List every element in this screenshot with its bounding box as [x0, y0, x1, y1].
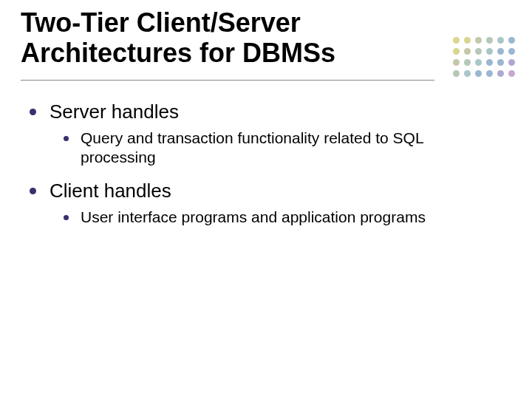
dot-icon: [475, 70, 482, 77]
slide-title: Two-Tier Client/Server Architectures for…: [21, 7, 434, 69]
dot-icon: [464, 59, 471, 66]
dot-icon: [475, 37, 482, 44]
dot-icon: [486, 48, 493, 55]
dot-icon: [497, 37, 504, 44]
list-item: Client handles: [30, 179, 488, 203]
dot-icon: [475, 59, 482, 66]
dot-icon: [486, 59, 493, 66]
dot-icon: [464, 37, 471, 44]
bullet-icon: [64, 215, 69, 220]
bullet-icon: [30, 188, 36, 194]
dot-icon: [508, 59, 515, 66]
list-subitem: User interface programs and application …: [64, 208, 488, 227]
title-underline: [21, 80, 434, 81]
bullet-icon: [64, 136, 69, 141]
dot-icon: [508, 37, 515, 44]
list-subitem-label: Query and transaction functionality rela…: [81, 129, 480, 168]
slide-body: Server handles Query and transaction fun…: [30, 100, 488, 239]
dot-icon: [497, 48, 504, 55]
bullet-icon: [30, 109, 36, 115]
list-subitem-label: User interface programs and application …: [81, 208, 426, 227]
dot-icon: [486, 70, 493, 77]
dot-icon: [508, 48, 515, 55]
list-item-label: Client handles: [50, 179, 171, 203]
dot-icon: [497, 59, 504, 66]
decorative-dot-grid: [453, 37, 517, 79]
dot-icon: [475, 48, 482, 55]
dot-icon: [453, 59, 460, 66]
dot-icon: [497, 70, 504, 77]
list-subitem: Query and transaction functionality rela…: [64, 129, 488, 168]
dot-icon: [486, 37, 493, 44]
dot-icon: [508, 70, 515, 77]
list-item: Server handles: [30, 100, 488, 124]
dot-icon: [453, 48, 460, 55]
list-item-label: Server handles: [50, 100, 179, 124]
dot-icon: [453, 70, 460, 77]
dot-icon: [453, 37, 460, 44]
dot-icon: [464, 48, 471, 55]
dot-icon: [464, 70, 471, 77]
